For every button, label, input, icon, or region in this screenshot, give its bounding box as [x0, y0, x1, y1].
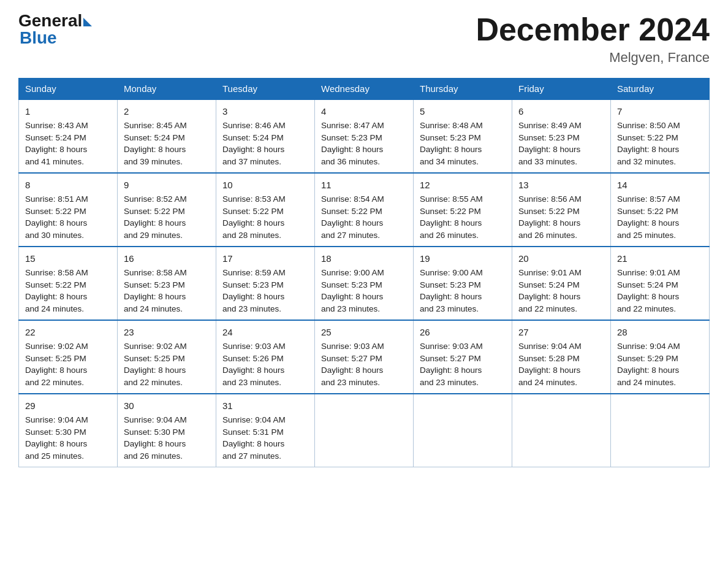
day-number: 1	[25, 105, 111, 118]
calendar-row: 15Sunrise: 8:58 AMSunset: 5:22 PMDayligh…	[19, 247, 710, 320]
calendar-cell: 7Sunrise: 8:50 AMSunset: 5:22 PMDaylight…	[611, 99, 710, 173]
day-number: 11	[321, 178, 407, 192]
day-number: 29	[25, 399, 111, 413]
calendar-cell: 12Sunrise: 8:55 AMSunset: 5:22 PMDayligh…	[414, 173, 512, 247]
day-number: 13	[518, 178, 604, 192]
calendar-cell: 1Sunrise: 8:43 AMSunset: 5:24 PMDaylight…	[19, 99, 118, 173]
day-number: 10	[222, 178, 308, 192]
day-number: 12	[420, 178, 506, 192]
header-row: Sunday Monday Tuesday Wednesday Thursday…	[19, 79, 710, 100]
calendar-cell: 26Sunrise: 9:03 AMSunset: 5:27 PMDayligh…	[414, 320, 512, 394]
calendar-cell: 2Sunrise: 8:45 AMSunset: 5:24 PMDaylight…	[118, 99, 216, 173]
calendar-cell	[512, 394, 611, 467]
col-monday: Monday	[118, 79, 216, 100]
calendar-cell: 31Sunrise: 9:04 AMSunset: 5:31 PMDayligh…	[216, 394, 315, 467]
calendar-cell: 20Sunrise: 9:01 AMSunset: 5:24 PMDayligh…	[512, 247, 611, 320]
calendar-row: 1Sunrise: 8:43 AMSunset: 5:24 PMDaylight…	[19, 99, 710, 173]
logo: General Blue	[18, 12, 92, 47]
calendar-cell: 22Sunrise: 9:02 AMSunset: 5:25 PMDayligh…	[19, 320, 118, 394]
calendar-cell: 11Sunrise: 8:54 AMSunset: 5:22 PMDayligh…	[315, 173, 414, 247]
logo-blue-text: Blue	[18, 29, 92, 47]
calendar-cell: 9Sunrise: 8:52 AMSunset: 5:22 PMDaylight…	[118, 173, 216, 247]
calendar-cell	[611, 394, 710, 467]
day-number: 15	[25, 252, 111, 266]
calendar-cell: 28Sunrise: 9:04 AMSunset: 5:29 PMDayligh…	[611, 320, 710, 394]
location-label: Melgven, France	[476, 50, 710, 66]
day-number: 20	[518, 252, 604, 266]
day-number: 6	[518, 105, 604, 118]
calendar-cell: 8Sunrise: 8:51 AMSunset: 5:22 PMDaylight…	[19, 173, 118, 247]
col-tuesday: Tuesday	[216, 79, 315, 100]
calendar-cell: 6Sunrise: 8:49 AMSunset: 5:23 PMDaylight…	[512, 99, 611, 173]
calendar-cell: 24Sunrise: 9:03 AMSunset: 5:26 PMDayligh…	[216, 320, 315, 394]
col-saturday: Saturday	[611, 79, 710, 100]
calendar-cell	[315, 394, 414, 467]
day-number: 14	[617, 178, 703, 192]
day-number: 16	[124, 252, 210, 266]
calendar-cell: 10Sunrise: 8:53 AMSunset: 5:22 PMDayligh…	[216, 173, 315, 247]
calendar-cell: 29Sunrise: 9:04 AMSunset: 5:30 PMDayligh…	[19, 394, 118, 467]
day-number: 4	[321, 105, 407, 118]
calendar-row: 29Sunrise: 9:04 AMSunset: 5:30 PMDayligh…	[19, 394, 710, 467]
day-number: 5	[420, 105, 506, 118]
col-thursday: Thursday	[414, 79, 512, 100]
day-number: 30	[124, 399, 210, 413]
calendar-cell: 3Sunrise: 8:46 AMSunset: 5:24 PMDaylight…	[216, 99, 315, 173]
calendar-cell: 14Sunrise: 8:57 AMSunset: 5:22 PMDayligh…	[611, 173, 710, 247]
calendar-cell: 16Sunrise: 8:58 AMSunset: 5:23 PMDayligh…	[118, 247, 216, 320]
calendar-cell	[414, 394, 512, 467]
day-number: 3	[222, 105, 308, 118]
day-number: 9	[124, 178, 210, 192]
day-number: 7	[617, 105, 703, 118]
calendar-cell: 17Sunrise: 8:59 AMSunset: 5:23 PMDayligh…	[216, 247, 315, 320]
month-title: December 2024	[476, 12, 710, 47]
day-number: 25	[321, 326, 407, 339]
day-number: 2	[124, 105, 210, 118]
page-header: General Blue December 2024 Melgven, Fran…	[18, 12, 710, 66]
logo-general-text: General	[18, 12, 92, 29]
calendar-body: 1Sunrise: 8:43 AMSunset: 5:24 PMDaylight…	[19, 99, 710, 467]
calendar-row: 22Sunrise: 9:02 AMSunset: 5:25 PMDayligh…	[19, 320, 710, 394]
calendar-cell: 15Sunrise: 8:58 AMSunset: 5:22 PMDayligh…	[19, 247, 118, 320]
day-number: 22	[25, 326, 111, 339]
calendar-cell: 18Sunrise: 9:00 AMSunset: 5:23 PMDayligh…	[315, 247, 414, 320]
col-sunday: Sunday	[19, 79, 118, 100]
title-block: December 2024 Melgven, France	[476, 12, 710, 66]
calendar-cell: 21Sunrise: 9:01 AMSunset: 5:24 PMDayligh…	[611, 247, 710, 320]
logo-arrow-icon	[83, 18, 92, 26]
col-wednesday: Wednesday	[315, 79, 414, 100]
day-number: 17	[222, 252, 308, 266]
calendar-cell: 27Sunrise: 9:04 AMSunset: 5:28 PMDayligh…	[512, 320, 611, 394]
calendar-cell: 4Sunrise: 8:47 AMSunset: 5:23 PMDaylight…	[315, 99, 414, 173]
logo-text-general: General	[18, 12, 82, 29]
day-number: 19	[420, 252, 506, 266]
day-number: 26	[420, 326, 506, 339]
calendar-row: 8Sunrise: 8:51 AMSunset: 5:22 PMDaylight…	[19, 173, 710, 247]
calendar-header: Sunday Monday Tuesday Wednesday Thursday…	[19, 79, 710, 100]
day-number: 31	[222, 399, 308, 413]
col-friday: Friday	[512, 79, 611, 100]
day-number: 24	[222, 326, 308, 339]
calendar-cell: 13Sunrise: 8:56 AMSunset: 5:22 PMDayligh…	[512, 173, 611, 247]
day-number: 8	[25, 178, 111, 192]
calendar-cell: 5Sunrise: 8:48 AMSunset: 5:23 PMDaylight…	[414, 99, 512, 173]
calendar-cell: 25Sunrise: 9:03 AMSunset: 5:27 PMDayligh…	[315, 320, 414, 394]
day-number: 27	[518, 326, 604, 339]
day-number: 21	[617, 252, 703, 266]
calendar-cell: 23Sunrise: 9:02 AMSunset: 5:25 PMDayligh…	[118, 320, 216, 394]
calendar-cell: 19Sunrise: 9:00 AMSunset: 5:23 PMDayligh…	[414, 247, 512, 320]
day-number: 23	[124, 326, 210, 339]
day-number: 18	[321, 252, 407, 266]
calendar-table: Sunday Monday Tuesday Wednesday Thursday…	[18, 78, 710, 467]
calendar-cell: 30Sunrise: 9:04 AMSunset: 5:30 PMDayligh…	[118, 394, 216, 467]
day-number: 28	[617, 326, 703, 339]
